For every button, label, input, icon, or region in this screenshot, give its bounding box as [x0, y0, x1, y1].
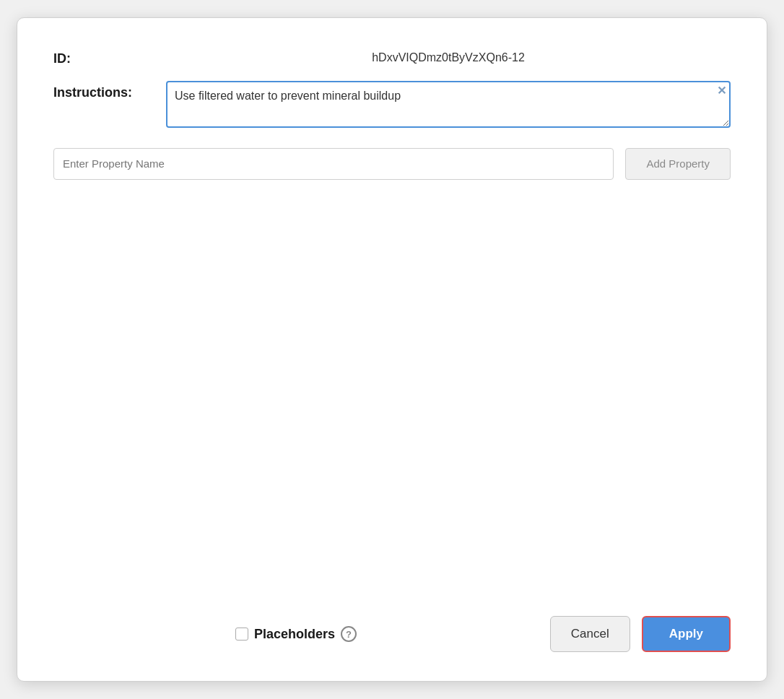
- placeholders-section: Placeholders ?: [235, 626, 357, 642]
- footer: Placeholders ? Cancel Apply: [53, 602, 731, 652]
- cancel-button[interactable]: Cancel: [550, 616, 630, 652]
- instructions-input[interactable]: [166, 81, 731, 128]
- clear-button[interactable]: ✕: [717, 85, 726, 97]
- spacer: [53, 180, 731, 602]
- id-row: ID: hDxvVIQDmz0tByVzXQn6-12: [53, 47, 731, 66]
- placeholders-checkbox[interactable]: [235, 628, 248, 641]
- id-value: hDxvVIQDmz0tByVzXQn6-12: [166, 47, 731, 64]
- dialog: ID: hDxvVIQDmz0tByVzXQn6-12 Instructions…: [17, 17, 767, 682]
- apply-button[interactable]: Apply: [642, 616, 731, 652]
- instructions-wrapper: ✕: [166, 81, 731, 131]
- placeholders-label: Placeholders: [254, 627, 335, 642]
- add-property-button[interactable]: Add Property: [625, 148, 731, 180]
- instructions-row: Instructions: ✕: [53, 81, 731, 131]
- help-icon[interactable]: ?: [341, 626, 357, 642]
- property-name-input[interactable]: [53, 148, 614, 180]
- id-label: ID:: [53, 47, 154, 66]
- property-row: Add Property: [53, 148, 731, 180]
- instructions-label: Instructions:: [53, 81, 154, 100]
- form-section: ID: hDxvVIQDmz0tByVzXQn6-12 Instructions…: [53, 47, 731, 180]
